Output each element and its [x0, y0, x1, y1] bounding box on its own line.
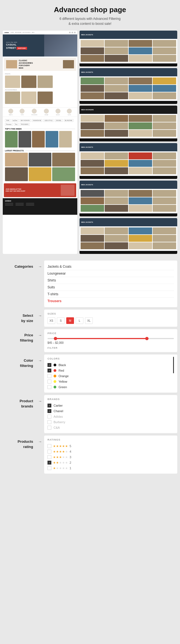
- star: ★: [56, 461, 59, 465]
- mockup-grid-item: [129, 130, 152, 137]
- product-thumb: [21, 92, 36, 104]
- category-item-shirts[interactable]: Shirts: [47, 277, 174, 284]
- mockup-grid-item: [105, 160, 128, 167]
- rating-checkbox-3[interactable]: [47, 455, 51, 459]
- mockup-products-section: PANTS ACCESSORIES: [3, 72, 77, 106]
- rating-item-1: ★ ★ ★ ★ ★ 1: [47, 465, 174, 471]
- page-subtitle: 6 different layouts with Advanced Filter…: [3, 16, 177, 26]
- rating-count-3: 3: [70, 455, 71, 459]
- mockups-section: ombee HOME MENSWEAR ACCESSORIES SALE eve…: [3, 31, 177, 254]
- price-max: $2,000: [55, 341, 64, 344]
- brand: TROUSERS: [20, 123, 30, 126]
- mockup-small-footer: [80, 213, 177, 216]
- mockup-grid-item: [153, 55, 176, 62]
- mockup-grid-item: [129, 160, 152, 167]
- cat-label: TOPS: [21, 114, 24, 116]
- color-checkbox-orange[interactable]: [47, 374, 51, 378]
- top5-title: TOP 5 THIS WEEK: [5, 128, 75, 130]
- star-empty: ★: [62, 466, 65, 470]
- size-btn-l[interactable]: L: [76, 317, 83, 324]
- rating-checkbox-2[interactable]: [47, 461, 51, 465]
- product-thumb: [21, 76, 36, 88]
- rating-checkbox-4[interactable]: [47, 450, 51, 454]
- mockup-grid-item: [81, 55, 104, 62]
- size-content: SIZES XS S M L XL: [44, 310, 177, 327]
- brand-checkbox-ca[interactable]: [47, 426, 51, 430]
- mockup-grid-item: [153, 227, 176, 234]
- price-slider-track[interactable]: [47, 338, 174, 339]
- size-btn-xl[interactable]: XL: [85, 317, 93, 324]
- size-btn-xs[interactable]: XS: [47, 317, 55, 324]
- color-checkbox-yellow[interactable]: [47, 380, 51, 383]
- mockup-grid-item: [81, 167, 104, 174]
- mockup-small-footer: [80, 138, 177, 141]
- size-btn-m[interactable]: M: [66, 317, 74, 324]
- page-title: Advanced shop page: [3, 6, 177, 14]
- color-checkbox-black[interactable]: [47, 363, 51, 367]
- feature-label-price: Price filtering: [3, 328, 36, 347]
- color-checkbox-red[interactable]: [47, 369, 51, 372]
- brand-checkbox-chanel[interactable]: [47, 409, 51, 413]
- brand-checkbox-adidas[interactable]: [47, 415, 51, 418]
- brand: Peneaux: [5, 123, 13, 126]
- price-thumb-left[interactable]: [54, 337, 57, 340]
- products-row-accessories: [5, 92, 75, 104]
- mockup-grid-item: [129, 77, 152, 84]
- rating-checkbox-5[interactable]: [47, 444, 51, 448]
- mockup-grid-item: [105, 122, 128, 129]
- brand: GIZE STYLE: [43, 119, 54, 122]
- color-name-orange: Orange: [59, 374, 69, 378]
- price-thumb-right[interactable]: [145, 337, 149, 340]
- cart-icon: [72, 32, 73, 33]
- brand: BLOKZONE: [64, 119, 73, 122]
- brand: FASHION RE: [32, 119, 42, 122]
- mockup-small-grid: [80, 39, 177, 63]
- rating-item-2: ★ ★ ★ ★ ★ 2: [47, 460, 174, 465]
- mockup-grid-item: [129, 167, 152, 174]
- mockup-grid-item: [105, 130, 128, 137]
- footer-line: [26, 205, 34, 206]
- mockup-grid-item: [105, 77, 128, 84]
- brand-checkbox-burberry[interactable]: [47, 420, 51, 424]
- mockup-grid-item: [129, 40, 152, 47]
- cat-icon: [44, 109, 49, 114]
- size-btn-s[interactable]: S: [57, 317, 65, 324]
- brand-checkbox-cartier[interactable]: [47, 404, 51, 407]
- footer-columns: [5, 203, 75, 206]
- page-wrapper: Advanced shop page 6 different layouts w…: [0, 0, 180, 480]
- mockup-grid-item: [105, 47, 128, 54]
- mockup-right-column: MEN JACKETS: [80, 31, 177, 254]
- mockup-grid-item: [129, 235, 152, 242]
- footer-line: [26, 204, 34, 205]
- mockup-grid-item: [153, 77, 176, 84]
- brand-name-chanel: Chanel: [54, 409, 63, 413]
- color-checkbox-green[interactable]: [47, 385, 51, 389]
- rating-arrow: →: [36, 434, 44, 444]
- mockup-grid-item: [129, 47, 152, 54]
- category-item-suits[interactable]: Suits: [47, 284, 174, 291]
- products-row: [5, 76, 75, 88]
- top5-item: [5, 131, 18, 147]
- scrollbar[interactable]: [173, 357, 174, 373]
- mockup-grid-item: [129, 55, 152, 62]
- mockup-small-grid: [80, 114, 177, 138]
- feature-row-rating: Products rating → RATINGS ★ ★ ★ ★ ★: [3, 434, 177, 475]
- color-item-green: Green: [47, 384, 174, 390]
- footer-line: [15, 204, 24, 205]
- arrow-right-icon: →: [38, 333, 42, 337]
- mockup-grid-item: [81, 92, 104, 99]
- category-item-jackets[interactable]: Jackets & Coats: [47, 263, 174, 270]
- color-name-yellow: Yellow: [59, 380, 67, 383]
- category-item-tshirts[interactable]: T-shirts: [47, 291, 174, 298]
- mockup-grid-item: [129, 242, 152, 249]
- category-item-trousers[interactable]: Trousers: [47, 298, 174, 304]
- hero-button: SHOP NOW: [17, 47, 27, 50]
- mockup-small-grid: [80, 226, 177, 250]
- arrow-right-icon: →: [38, 399, 42, 403]
- cat-item: TOPS: [20, 109, 25, 116]
- rating-checkbox-1[interactable]: [47, 466, 51, 470]
- newsletter-text: JOIN NEWSLETTERAND GET $10 DISCOUNT: [6, 188, 61, 193]
- product-thumb: [5, 92, 20, 104]
- category-item-loungewear[interactable]: Loungewear: [47, 270, 174, 277]
- mockup-grid-item: [105, 190, 128, 197]
